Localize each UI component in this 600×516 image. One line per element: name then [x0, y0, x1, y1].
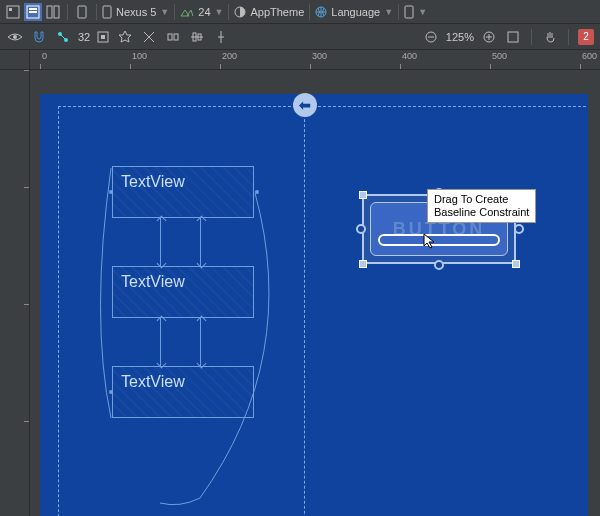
separator: [309, 4, 310, 20]
fit-icon[interactable]: [504, 28, 522, 46]
design-view-icon[interactable]: [4, 3, 22, 21]
svg-rect-8: [103, 6, 111, 18]
constraint-chain: [200, 218, 201, 266]
ruler-corner: [0, 50, 30, 70]
ruler-vertical: 200 300 400 500: [0, 70, 30, 516]
separator: [174, 4, 175, 20]
orientation-icon[interactable]: [73, 3, 91, 21]
star-icon[interactable]: [116, 28, 134, 46]
svg-rect-5: [47, 6, 52, 18]
guide-left: [58, 106, 59, 516]
separator: [568, 29, 569, 45]
api-icon: [180, 6, 194, 18]
blueprint-view-icon[interactable]: [24, 3, 42, 21]
constraint-anchor[interactable]: [514, 224, 524, 234]
back-arrow-icon[interactable]: ⬅: [293, 93, 317, 117]
editor-toolbar: 32 125% 2: [0, 24, 600, 50]
tooltip: Drag To Create Baseline Constraint: [427, 189, 536, 223]
separator: [67, 4, 68, 20]
margin-icon[interactable]: [96, 30, 110, 44]
anchor-dot: [255, 190, 259, 194]
warnings-badge[interactable]: 2: [578, 29, 594, 45]
zoom-value[interactable]: 125%: [446, 31, 474, 43]
api-label: 24: [198, 6, 210, 18]
zoom-out-icon[interactable]: [422, 28, 440, 46]
resize-handle[interactable]: [512, 260, 520, 268]
language-selector[interactable]: Language ▼: [315, 6, 393, 18]
api-selector[interactable]: 24 ▼: [180, 6, 223, 18]
svg-rect-17: [101, 35, 105, 39]
svg-rect-3: [29, 8, 37, 10]
eye-icon[interactable]: [6, 28, 24, 46]
theme-label: AppTheme: [250, 6, 304, 18]
constraint-chain: [160, 318, 161, 366]
separator: [531, 29, 532, 45]
svg-rect-0: [7, 6, 19, 18]
clear-constraints-icon[interactable]: [140, 28, 158, 46]
separator: [228, 4, 229, 20]
pack-icon[interactable]: [164, 28, 182, 46]
separator: [96, 4, 97, 20]
textview-widget[interactable]: TextView: [112, 266, 254, 318]
autoconnect-icon[interactable]: [54, 28, 72, 46]
svg-rect-32: [508, 32, 518, 42]
resize-handle[interactable]: [359, 260, 367, 268]
chevron-down-icon: ▼: [160, 7, 169, 17]
language-label: Language: [331, 6, 380, 18]
theme-selector[interactable]: AppTheme: [234, 6, 304, 18]
svg-point-12: [13, 35, 17, 39]
margin-value[interactable]: 32: [78, 31, 90, 43]
guide-vertical[interactable]: [304, 94, 305, 516]
chevron-down-icon: ▼: [418, 7, 427, 17]
svg-rect-21: [174, 34, 178, 40]
svg-rect-4: [29, 11, 37, 13]
resize-handle[interactable]: [359, 191, 367, 199]
split-view-icon[interactable]: [44, 3, 62, 21]
svg-rect-6: [54, 6, 59, 18]
design-canvas[interactable]: ⬅ TextView TextView TextView: [30, 70, 600, 516]
guide-top: [58, 106, 586, 107]
align-icon[interactable]: [188, 28, 206, 46]
variant-selector[interactable]: ▼: [404, 5, 427, 19]
separator: [398, 4, 399, 20]
svg-rect-1: [9, 8, 12, 11]
design-toolbar: Nexus 5 ▼ 24 ▼ AppTheme Language ▼ ▼: [0, 0, 600, 24]
constraint-anchor[interactable]: [434, 260, 444, 270]
device-selector[interactable]: Nexus 5 ▼: [102, 5, 169, 19]
device-frame: ⬅ TextView TextView TextView: [40, 94, 588, 516]
baseline-anchor[interactable]: [378, 234, 500, 246]
globe-icon: [315, 6, 327, 18]
magnet-icon[interactable]: [30, 28, 48, 46]
constraint-chain: [200, 318, 201, 366]
svg-rect-7: [78, 6, 86, 18]
svg-line-15: [61, 35, 65, 39]
device-label: Nexus 5: [116, 6, 156, 18]
theme-icon: [234, 6, 246, 18]
svg-rect-20: [168, 34, 172, 40]
constraint-anchor[interactable]: [356, 224, 366, 234]
phone-icon: [404, 5, 414, 19]
svg-rect-11: [405, 6, 413, 18]
pan-icon[interactable]: [541, 28, 559, 46]
guideline-icon[interactable]: [212, 28, 230, 46]
phone-icon: [102, 5, 112, 19]
anchor-dot: [109, 190, 113, 194]
ruler-horizontal: 0 100 200 300 400 500 600: [30, 50, 600, 70]
textview-widget[interactable]: TextView: [112, 366, 254, 418]
textview-widget[interactable]: TextView: [112, 166, 254, 218]
anchor-dot: [109, 390, 113, 394]
zoom-in-icon[interactable]: [480, 28, 498, 46]
chevron-down-icon: ▼: [215, 7, 224, 17]
chevron-down-icon: ▼: [384, 7, 393, 17]
constraint-chain: [160, 218, 161, 266]
